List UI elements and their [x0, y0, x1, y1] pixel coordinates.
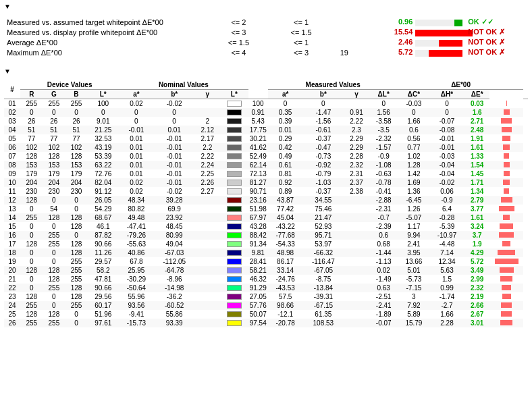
cell-dH: 0.99: [429, 284, 464, 292]
cell-nb: -0.02: [154, 99, 195, 109]
summary-nominal: <= 3: [207, 27, 270, 37]
cell-na: 0.01: [119, 134, 154, 143]
summary-actual-value: 0.96: [398, 18, 413, 26]
cell-swatch: [220, 143, 248, 152]
cell-num: 17: [4, 240, 20, 248]
cell-dE: 3.7: [464, 231, 490, 240]
cell-mb: -0.47: [303, 143, 344, 152]
color-swatch: [227, 285, 242, 291]
cell-ma: -24.76: [268, 275, 303, 284]
cell-mg: [344, 213, 369, 222]
de-bar-fill: [500, 320, 512, 325]
cell-mL: 72.13: [248, 169, 268, 178]
cell-mL: 57.76: [248, 301, 268, 310]
cell-dC: 1.02: [398, 152, 429, 161]
cell-nb: 69.9: [154, 205, 195, 213]
cell-b: 0: [65, 196, 87, 205]
cell-dH: -0.28: [429, 213, 464, 222]
table-row: 1123023023091.120.02-0.022.2790.710.89-0…: [4, 187, 528, 196]
cell-de-bar: [489, 117, 523, 126]
cell-num: 12: [4, 196, 20, 205]
cell-nb: 80.99: [154, 231, 195, 240]
cell-num: 25: [4, 310, 20, 319]
cell-dH: 2.28: [429, 319, 464, 327]
cell-dE: 2.99: [464, 275, 490, 284]
summary-hash: [332, 27, 356, 37]
cell-mL: 91.34: [248, 240, 268, 248]
de-bar-fill: [504, 188, 509, 194]
cell-swatch: [220, 266, 248, 275]
cell-mg: [344, 231, 369, 240]
cell-dL: 0: [369, 99, 398, 109]
cell-ma: 0.29: [268, 134, 303, 143]
cell-nb: -0.02: [154, 187, 195, 196]
cell-nL: 51.96: [88, 310, 119, 319]
th-delta-values: ΔE*00: [398, 80, 524, 90]
cell-de-bar: [489, 152, 523, 161]
cell-swatch: [220, 319, 248, 327]
cell-num: 15: [4, 222, 20, 231]
cell-mg: 2.3: [344, 126, 369, 134]
summary-actual-value: 15.54: [394, 28, 413, 36]
cell-swatch: [220, 152, 248, 161]
cell-dH: 5.63: [429, 266, 464, 275]
cell-ng: [195, 196, 221, 205]
cell-nL: 97.61: [88, 319, 119, 327]
summary-recommended: <= 1: [270, 37, 333, 47]
summary-actual: 5.72: [356, 47, 465, 57]
cell-nb: -0.01: [154, 169, 195, 178]
table-row: 26255255097.61-15.7393.3997.54-20.78108.…: [4, 319, 528, 327]
de-bar-fill: [502, 285, 511, 290]
cell-de-bar: [489, 310, 523, 319]
cell-mb: -67.05: [303, 266, 344, 275]
summary-criteria: Average ΔE*00: [4, 37, 207, 47]
cell-de-bar: [489, 213, 523, 222]
cell-dL: -0.9: [369, 152, 398, 161]
cell-r: 26: [20, 117, 43, 126]
cell-nb: 55.86: [154, 310, 195, 319]
cell-ma: 0.89: [268, 187, 303, 196]
cell-nb: -112.05: [154, 257, 195, 266]
cell-dC: 0.56: [398, 134, 429, 143]
cell-dL: -1.57: [369, 143, 398, 152]
cell-num: 10: [4, 178, 20, 187]
cell-swatch: [220, 301, 248, 310]
cell-nL: 91.12: [88, 187, 119, 196]
cell-mb: -66.32: [303, 248, 344, 257]
cell-mL: 91.29: [248, 284, 268, 292]
th-nb: b*: [154, 90, 195, 99]
cell-r: 102: [20, 143, 43, 152]
cell-mg: 2.22: [344, 117, 369, 126]
th-dC: ΔC*: [398, 90, 429, 99]
cell-mg: [344, 319, 369, 327]
th-dH: ΔH*: [429, 90, 464, 99]
cell-mb: -0.79: [303, 169, 344, 178]
de-bar-fill: [500, 267, 514, 273]
cell-num: 20: [4, 266, 20, 275]
cell-dC: 15.79: [398, 319, 429, 327]
cell-ng: [195, 222, 221, 231]
cell-r: 128: [20, 152, 43, 161]
de-bar-fill: [503, 144, 510, 150]
color-swatch: [227, 127, 242, 133]
cell-de-bar: [489, 126, 523, 134]
cell-ng: [195, 275, 221, 284]
cell-num: 24: [4, 301, 20, 310]
cell-de-bar: [489, 178, 523, 187]
cell-na: 0.02: [119, 99, 154, 109]
cell-dC: 5.01: [398, 266, 429, 275]
cell-r: 255: [20, 99, 43, 109]
cell-dL: -1.13: [369, 257, 398, 266]
cell-de-bar: [489, 169, 523, 178]
cell-ng: [195, 108, 221, 117]
color-swatch: [227, 153, 242, 159]
cell-mb: -1.56: [303, 117, 344, 126]
cell-mg: 0.91: [344, 108, 369, 117]
color-swatch: [227, 267, 242, 273]
cell-dE: 3.01: [464, 319, 490, 327]
cell-b: 102: [65, 143, 87, 152]
de-bar-fill: [501, 118, 512, 124]
cell-mg: [344, 310, 369, 319]
cell-ma: 0.61: [268, 161, 303, 169]
cell-de-bar: [489, 248, 523, 257]
